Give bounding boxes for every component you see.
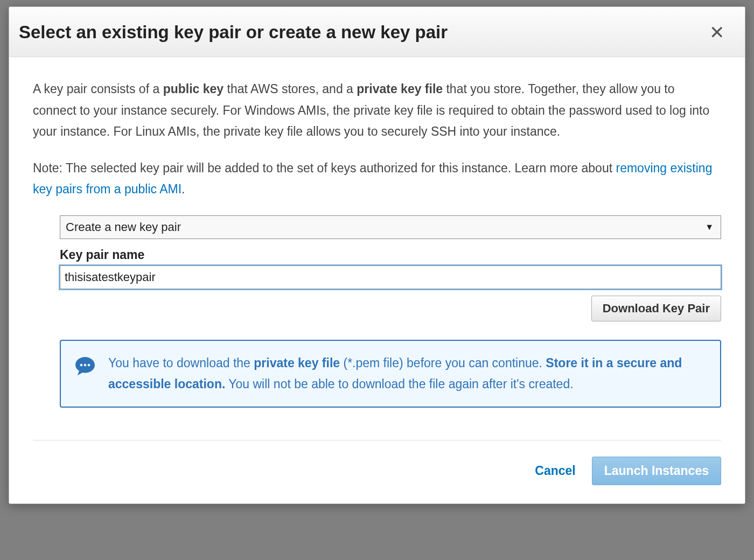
modal-footer: Cancel Launch Instances	[33, 440, 721, 503]
text: You have to download the	[108, 356, 254, 370]
text-bold: private key file	[357, 82, 443, 96]
svg-point-1	[84, 364, 87, 367]
close-icon[interactable]: ✕	[706, 23, 728, 41]
text-bold: private key file	[254, 356, 340, 370]
text: (*.pem file) before you can continue.	[340, 356, 546, 370]
description-paragraph-2: Note: The selected key pair will be adde…	[33, 158, 721, 200]
modal-body: A key pair consists of a public key that…	[9, 57, 745, 425]
text: .	[181, 182, 185, 196]
info-callout: You have to download the private key fil…	[60, 340, 721, 407]
cancel-button[interactable]: Cancel	[535, 464, 575, 478]
description-paragraph-1: A key pair consists of a public key that…	[33, 79, 721, 143]
download-row: Download Key Pair	[60, 296, 721, 321]
text: A key pair consists of a	[33, 82, 163, 96]
info-text: You have to download the private key fil…	[108, 353, 706, 394]
modal-title: Select an existing key pair or create a …	[19, 22, 448, 43]
modal-header: Select an existing key pair or create a …	[9, 7, 745, 57]
keypair-action-select[interactable]: Create a new key pair	[60, 215, 721, 239]
text-bold: public key	[163, 82, 224, 96]
download-keypair-button[interactable]: Download Key Pair	[591, 296, 721, 321]
text: that AWS stores, and a	[224, 82, 357, 96]
speech-bubble-icon	[74, 355, 96, 377]
form-area: Create a new key pair ▼ Key pair name Do…	[60, 215, 721, 408]
keypair-action-select-wrap: Create a new key pair ▼	[60, 215, 721, 239]
keypair-name-label: Key pair name	[60, 244, 721, 266]
text: Note: The selected key pair will be adde…	[33, 161, 616, 175]
svg-point-0	[80, 364, 83, 367]
text: You will not be able to download the fil…	[225, 377, 573, 391]
keypair-name-input[interactable]	[60, 265, 721, 289]
launch-instances-button[interactable]: Launch Instances	[592, 457, 721, 485]
keypair-modal: Select an existing key pair or create a …	[9, 6, 745, 504]
svg-point-2	[88, 364, 90, 367]
